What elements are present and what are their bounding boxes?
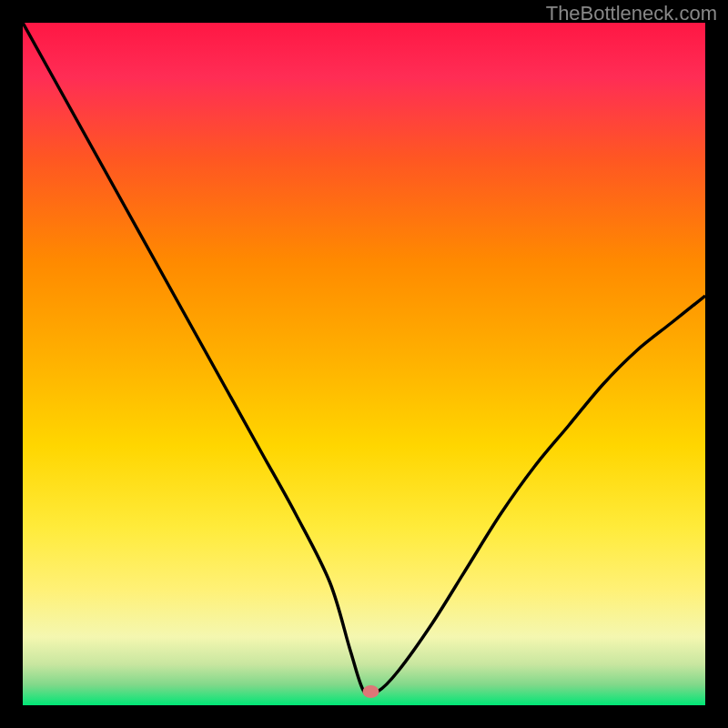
plot-area — [23, 23, 705, 705]
gradient-background — [23, 23, 705, 705]
watermark-text: TheBottleneck.com — [546, 2, 717, 25]
chart-container: TheBottleneck.com — [0, 0, 728, 728]
chart-svg — [23, 23, 705, 705]
minimum-marker — [363, 685, 379, 698]
